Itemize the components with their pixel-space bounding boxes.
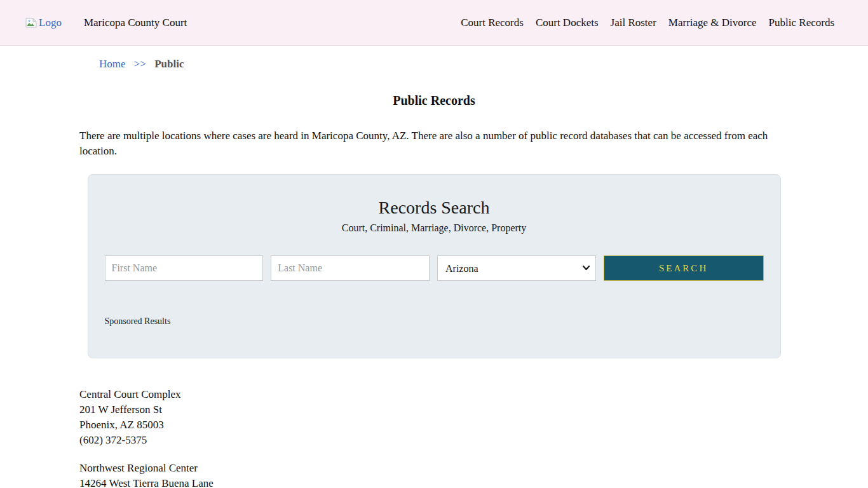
last-name-input[interactable] bbox=[271, 255, 430, 281]
first-name-field-wrap bbox=[105, 255, 264, 281]
nav-item-court-dockets[interactable]: Court Dockets bbox=[536, 17, 599, 29]
broken-image-icon bbox=[25, 18, 37, 28]
records-search-panel: Records Search Court, Criminal, Marriage… bbox=[88, 174, 781, 358]
search-form: Arizona SEARCH bbox=[105, 255, 764, 281]
search-panel-subtitle: Court, Criminal, Marriage, Divorce, Prop… bbox=[105, 222, 764, 234]
logo-link[interactable]: Logo bbox=[25, 17, 62, 29]
location-name: Central Court Complex bbox=[79, 387, 789, 402]
nav-item-court-records[interactable]: Court Records bbox=[461, 17, 524, 29]
state-select-wrap: Arizona bbox=[437, 255, 596, 281]
breadcrumb-separator: >> bbox=[134, 58, 146, 70]
nav-item-jail-roster[interactable]: Jail Roster bbox=[611, 17, 656, 29]
search-panel-title: Records Search bbox=[105, 198, 764, 218]
nav-item-public-records[interactable]: Public Records bbox=[769, 17, 834, 29]
locations-section: Central Court Complex 201 W Jefferson St… bbox=[79, 387, 789, 488]
location-phone: (602) 372-5375 bbox=[79, 433, 789, 448]
location-central-court: Central Court Complex 201 W Jefferson St… bbox=[79, 387, 789, 448]
last-name-field-wrap bbox=[271, 255, 430, 281]
location-street: 201 W Jefferson St bbox=[79, 402, 789, 417]
search-button[interactable]: SEARCH bbox=[604, 255, 764, 281]
nav-item-marriage-divorce[interactable]: Marriage & Divorce bbox=[668, 17, 757, 29]
site-title: Maricopa County Court bbox=[84, 17, 187, 29]
breadcrumb: Home >> Public bbox=[79, 58, 789, 71]
intro-paragraph: There are multiple locations where cases… bbox=[79, 128, 789, 159]
header: Logo Maricopa County Court Court Records… bbox=[0, 0, 868, 46]
state-select[interactable]: Arizona bbox=[437, 255, 596, 281]
location-name: Northwest Regional Center bbox=[79, 461, 789, 476]
location-street: 14264 West Tierra Buena Lane bbox=[79, 476, 789, 488]
breadcrumb-current: Public bbox=[154, 58, 184, 70]
location-city: Phoenix, AZ 85003 bbox=[79, 417, 789, 433]
breadcrumb-home-link[interactable]: Home bbox=[99, 58, 126, 70]
main-content: Home >> Public Public Records There are … bbox=[79, 58, 789, 488]
location-northwest-regional: Northwest Regional Center 14264 West Tie… bbox=[79, 461, 789, 488]
logo-alt-text: Logo bbox=[39, 17, 62, 29]
page-title: Public Records bbox=[79, 93, 789, 108]
first-name-input[interactable] bbox=[105, 255, 264, 281]
sponsored-results-label: Sponsored Results bbox=[105, 316, 764, 327]
main-nav: Court Records Court Dockets Jail Roster … bbox=[461, 17, 834, 29]
